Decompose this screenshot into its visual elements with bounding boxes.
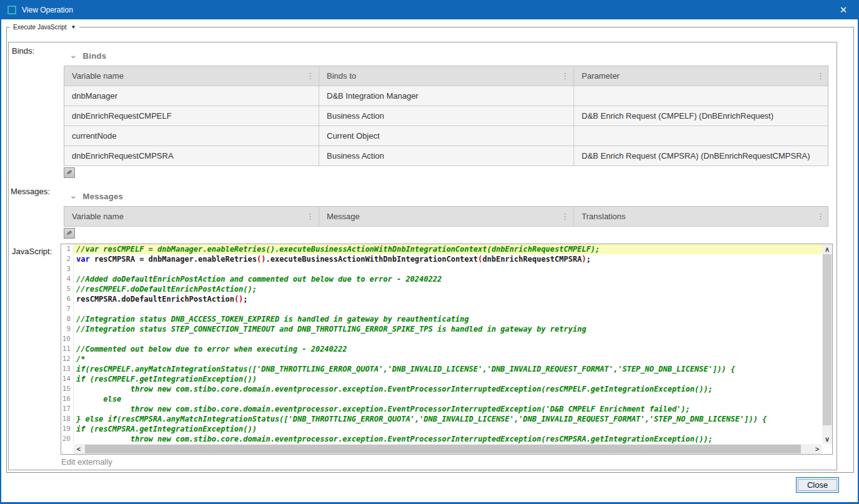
code-line: 11//Commented out below due to error whe… bbox=[61, 344, 822, 354]
code-text: //Added doDefaultEnrichPostAction and co… bbox=[74, 274, 822, 284]
table-cell: dnbManager bbox=[64, 86, 319, 106]
code-line: 6resCMPSRA.doDefaultEnrichPostAction(); bbox=[61, 294, 822, 304]
window-close-icon[interactable]: ✕ bbox=[833, 0, 854, 19]
code-text: resCMPSRA.doDefaultEnrichPostAction(); bbox=[74, 294, 822, 304]
line-number: 1 bbox=[61, 244, 74, 254]
code-line: 13if(resCMPELF.anyMatchIntegrationStatus… bbox=[61, 364, 822, 374]
line-number: 8 bbox=[61, 314, 74, 324]
titlebar[interactable]: View Operation ✕ bbox=[0, 0, 859, 19]
column-menu-icon[interactable]: ⋮ bbox=[561, 72, 569, 80]
code-line: 19if (resCMPSRA.getIntegrationException(… bbox=[61, 424, 822, 434]
scroll-right-icon[interactable]: > bbox=[812, 444, 822, 454]
table-row[interactable]: currentNodeCurrent Object bbox=[64, 126, 828, 146]
horizontal-scroll-thumb[interactable] bbox=[85, 445, 801, 453]
column-menu-icon[interactable]: ⋮ bbox=[306, 72, 314, 80]
line-number: 10 bbox=[61, 334, 74, 344]
code-text: //resCMPELF.doDefaultEnrichPostAction(); bbox=[74, 284, 822, 294]
code-line: 12/* bbox=[61, 354, 822, 364]
column-menu-icon[interactable]: ⋮ bbox=[817, 72, 825, 80]
code-line: 14if (resCMPELF.getIntegrationException(… bbox=[61, 374, 822, 384]
column-label: Parameter bbox=[582, 71, 620, 81]
code-line: 3 bbox=[61, 264, 822, 274]
messages-edit-button[interactable]: ✎ bbox=[64, 228, 75, 239]
binds-collapse-icon[interactable]: ⌄ bbox=[69, 52, 77, 58]
code-text: //var resCMPELF = dnbManager.enableRetri… bbox=[74, 244, 822, 254]
code-text: throw new com.stibo.core.domain.eventpro… bbox=[74, 384, 822, 394]
table-cell bbox=[574, 126, 829, 146]
table-header-row: Variable name⋮Binds to⋮Parameter⋮ bbox=[64, 66, 828, 86]
messages-section-title: Messages bbox=[83, 192, 124, 201]
code-line: 4//Added doDefaultEnrichPostAction and c… bbox=[61, 274, 822, 284]
line-number: 19 bbox=[61, 424, 74, 434]
table-cell: Business Action bbox=[319, 106, 574, 126]
line-number: 14 bbox=[61, 374, 74, 384]
line-number: 3 bbox=[61, 264, 74, 274]
code-line: 16 else bbox=[61, 394, 822, 404]
code-line: 20 throw new com.stibo.core.domain.event… bbox=[61, 434, 822, 444]
javascript-editor[interactable]: 1//var resCMPELF = dnbManager.enableRetr… bbox=[61, 244, 833, 455]
binds-section-title: Binds bbox=[83, 51, 107, 61]
column-menu-icon[interactable]: ⋮ bbox=[306, 213, 314, 220]
code-text bbox=[74, 264, 822, 274]
vertical-scrollbar[interactable]: ∧ ∨ bbox=[822, 244, 832, 444]
edit-externally-link[interactable]: Edit externally bbox=[61, 457, 112, 467]
close-button[interactable]: Close bbox=[796, 477, 839, 493]
window-icon bbox=[7, 6, 16, 14]
code-line: 17 throw new com.stibo.core.domain.event… bbox=[61, 404, 822, 414]
scroll-down-icon[interactable]: ∨ bbox=[822, 434, 832, 444]
line-number: 9 bbox=[61, 324, 74, 334]
table-cell: Current Object bbox=[319, 126, 574, 146]
line-number: 17 bbox=[61, 404, 74, 414]
binds-section-header: ⌄ Binds bbox=[69, 51, 106, 61]
scroll-up-icon[interactable]: ∧ bbox=[822, 244, 832, 254]
column-label: Translations bbox=[582, 212, 625, 221]
code-text: //Integration status STEP_CONNECTION_TIM… bbox=[74, 324, 822, 334]
code-text: /* bbox=[74, 354, 822, 364]
code-line: 2var resCMPSRA = dnbManager.enableRetrie… bbox=[61, 254, 822, 264]
binds-field-label: Binds: bbox=[12, 46, 34, 56]
table-cell: dnbEnrichRequestCMPELF bbox=[64, 106, 319, 126]
table-cell: Business Action bbox=[319, 146, 574, 166]
code-text bbox=[74, 304, 822, 314]
code-text: throw new com.stibo.core.domain.eventpro… bbox=[74, 434, 822, 444]
code-view[interactable]: 1//var resCMPELF = dnbManager.enableRetr… bbox=[61, 244, 822, 444]
horizontal-scrollbar[interactable]: < > bbox=[74, 444, 822, 454]
code-text: else bbox=[74, 394, 822, 404]
code-line: 18} else if(resCMPSRA.anyMatchIntegratio… bbox=[61, 414, 822, 424]
code-line: 15 throw new com.stibo.core.domain.event… bbox=[61, 384, 822, 394]
window-title: View Operation bbox=[22, 6, 73, 14]
table-cell: D&B Integration Manager bbox=[319, 86, 574, 106]
javascript-field-label: JavaScript: bbox=[12, 247, 52, 256]
table-header-cell: Parameter⋮ bbox=[574, 66, 829, 86]
line-number: 12 bbox=[61, 354, 74, 364]
pencil-icon: ✎ bbox=[66, 229, 72, 237]
table-row[interactable]: dnbEnrichRequestCMPSRABusiness ActionD&B… bbox=[64, 146, 828, 166]
operation-dropdown-icon[interactable]: ▼ bbox=[71, 24, 76, 30]
vertical-scroll-thumb[interactable] bbox=[823, 254, 832, 425]
column-menu-icon[interactable]: ⋮ bbox=[817, 213, 825, 220]
line-number: 18 bbox=[61, 414, 74, 424]
binds-edit-button[interactable]: ✎ bbox=[64, 167, 75, 178]
column-menu-icon[interactable]: ⋮ bbox=[561, 213, 569, 220]
code-text: //Commented out below due to error when … bbox=[74, 344, 822, 354]
column-label: Variable name bbox=[72, 212, 124, 221]
line-number: 11 bbox=[61, 344, 74, 354]
table-cell: D&B Enrich Request (CMPELF) (DnBEnrichRe… bbox=[574, 106, 829, 126]
messages-collapse-icon[interactable]: ⌄ bbox=[69, 192, 77, 199]
line-number: 2 bbox=[61, 254, 74, 264]
messages-table: Variable name⋮Message⋮Translations⋮ bbox=[64, 206, 828, 227]
code-line: 10 bbox=[61, 334, 822, 344]
table-row[interactable]: dnbManagerD&B Integration Manager bbox=[64, 86, 828, 106]
messages-section-header: ⌄ Messages bbox=[69, 192, 123, 201]
table-row[interactable]: dnbEnrichRequestCMPELFBusiness ActionD&B… bbox=[64, 106, 828, 126]
code-line: 1//var resCMPELF = dnbManager.enableRetr… bbox=[61, 244, 822, 254]
table-cell bbox=[574, 86, 829, 106]
code-line: 8//Integration status DNB_ACCESS_TOKEN_E… bbox=[61, 314, 822, 324]
scroll-left-icon[interactable]: < bbox=[74, 444, 84, 454]
table-header-cell: Message⋮ bbox=[319, 207, 574, 226]
table-cell: dnbEnrichRequestCMPSRA bbox=[64, 146, 319, 166]
table-header-cell: Variable name⋮ bbox=[64, 207, 319, 226]
line-number: 16 bbox=[61, 394, 74, 404]
line-number: 7 bbox=[61, 304, 74, 314]
column-label: Variable name bbox=[72, 71, 124, 81]
